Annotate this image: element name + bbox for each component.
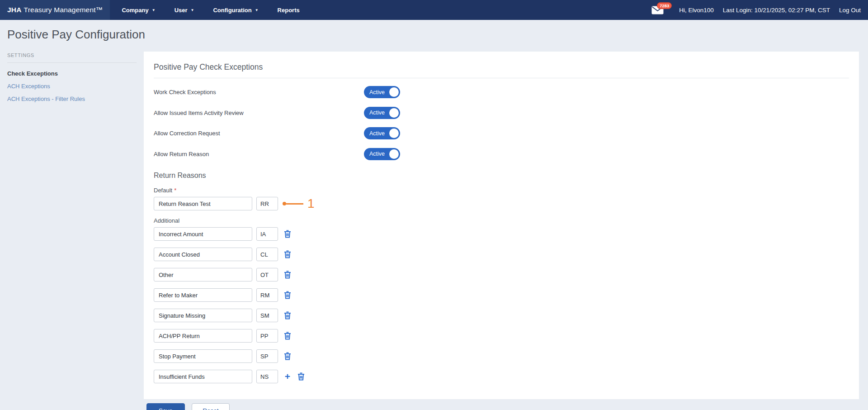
active-toggle[interactable]: Active <box>364 86 400 98</box>
user-greeting: Hi, Elvon100 <box>679 7 714 14</box>
default-reason-description-input[interactable] <box>154 197 252 210</box>
return-reason-row: + <box>154 288 849 302</box>
delete-reason-button[interactable] <box>297 372 305 381</box>
reason-code-input[interactable] <box>256 227 278 241</box>
trash-icon <box>284 291 291 299</box>
reason-code-input[interactable] <box>256 248 278 261</box>
reason-description-input[interactable] <box>154 370 252 383</box>
nav-menu-reports[interactable]: Reports <box>278 7 300 14</box>
toggle-label: Allow Return Reason <box>154 151 364 157</box>
chevron-down-icon: ▼ <box>191 9 194 12</box>
reason-description-input[interactable] <box>154 349 252 363</box>
delete-reason-button[interactable] <box>283 250 292 259</box>
nav-menu-company[interactable]: Company ▼ <box>122 7 155 14</box>
reason-code-input[interactable] <box>256 268 278 281</box>
toggle-row-allow-return-reason: Allow Return Reason Active <box>154 144 849 165</box>
reason-description-input[interactable] <box>154 309 252 322</box>
save-button[interactable]: Save <box>146 403 185 410</box>
delete-reason-button[interactable] <box>283 270 292 279</box>
return-reason-row: + <box>154 309 849 322</box>
reason-description-input[interactable] <box>154 288 252 302</box>
delete-reason-button[interactable] <box>283 311 292 320</box>
toggle-state-label: Active <box>364 151 385 157</box>
required-marker: * <box>174 187 176 194</box>
toggle-state-label: Active <box>364 110 385 116</box>
brand-jha: JHA <box>7 6 22 14</box>
reason-description-input[interactable] <box>154 268 252 281</box>
return-reason-row: + <box>154 268 849 281</box>
annotation-dot <box>283 202 286 205</box>
reset-button[interactable]: Reset <box>192 403 230 410</box>
toggle-rows: Work Check Exceptions Active Allow Issue… <box>154 78 849 164</box>
active-toggle[interactable]: Active <box>364 127 400 139</box>
toggle-label: Allow Correction Request <box>154 130 364 137</box>
toggle-row-allow-correction-request: Allow Correction Request Active <box>154 123 849 144</box>
chevron-down-icon: ▼ <box>152 9 156 12</box>
trash-icon <box>284 250 291 258</box>
section-title: Positive Pay Check Exceptions <box>154 58 849 78</box>
trash-icon <box>284 352 291 360</box>
nav-menu-user[interactable]: User ▼ <box>175 7 194 14</box>
return-reason-row: + <box>154 227 849 241</box>
reason-code-input[interactable] <box>256 309 278 322</box>
sidebar-item-ach-exceptions-filter-rules[interactable]: ACH Exceptions - Filter Rules <box>7 95 137 103</box>
trash-icon <box>284 332 291 340</box>
form-actions: Save Reset <box>146 403 859 410</box>
toggle-knob <box>389 129 399 138</box>
delete-reason-button[interactable] <box>283 331 292 340</box>
reason-description-input[interactable] <box>154 248 252 261</box>
nav-menu-label: User <box>175 7 188 14</box>
logout-link[interactable]: Log Out <box>839 7 861 14</box>
toggle-knob <box>389 149 399 159</box>
default-reason-row: 1 <box>154 197 849 210</box>
sidebar-item-check-exceptions[interactable]: Check Exceptions <box>7 69 137 78</box>
plus-icon: + <box>285 372 290 381</box>
trash-icon <box>284 311 291 319</box>
nav-menu-configuration[interactable]: Configuration ▼ <box>213 7 258 14</box>
toggle-label: Work Check Exceptions <box>154 89 364 95</box>
trash-icon <box>297 372 305 381</box>
sidebar-item-ach-exceptions[interactable]: ACH Exceptions <box>7 82 137 91</box>
return-reason-row: + <box>154 248 849 261</box>
page-title: Positive Pay Configuration <box>0 20 868 42</box>
return-reason-row: + <box>154 370 849 383</box>
trash-icon <box>284 271 291 279</box>
messages-button[interactable]: 7283 <box>651 6 664 14</box>
return-reason-row: + <box>154 349 849 363</box>
sidebar-divider <box>7 62 137 63</box>
active-toggle[interactable]: Active <box>364 107 400 119</box>
default-reason-code-input[interactable] <box>256 197 278 210</box>
reason-description-input[interactable] <box>154 227 252 241</box>
toggle-knob <box>389 108 399 118</box>
toggle-knob <box>389 87 399 97</box>
default-label: Default* <box>154 187 849 194</box>
trash-icon <box>284 230 291 238</box>
nav-menus: Company ▼ User ▼ Configuration ▼ Reports <box>110 0 299 20</box>
nav-menu-label: Configuration <box>213 7 251 14</box>
notification-badge: 7283 <box>657 2 672 9</box>
annotation-number: 1 <box>307 197 315 210</box>
delete-reason-button[interactable] <box>283 291 292 300</box>
settings-sidebar: SETTINGS Check ExceptionsACH ExceptionsA… <box>7 52 137 107</box>
annotation-line <box>286 203 303 205</box>
annotation-callout-1: 1 <box>283 197 315 210</box>
delete-reason-button[interactable] <box>283 229 292 238</box>
last-login-text: Last Login: 10/21/2025, 02:27 PM, CST <box>723 7 830 14</box>
sidebar-heading: SETTINGS <box>7 52 137 58</box>
nav-right: 7283 Hi, Elvon100 Last Login: 10/21/2025… <box>651 0 868 20</box>
toggle-state-label: Active <box>364 89 385 95</box>
additional-reason-rows: + + + <box>154 227 849 383</box>
toggle-label: Allow Issued Items Activity Review <box>154 110 364 116</box>
active-toggle[interactable]: Active <box>364 148 400 160</box>
return-reasons-heading: Return Reasons <box>154 172 849 180</box>
add-reason-button[interactable]: + <box>283 372 292 381</box>
reason-code-input[interactable] <box>256 349 278 363</box>
reason-code-input[interactable] <box>256 370 278 383</box>
toggle-row-allow-issued-items-activity-review: Allow Issued Items Activity Review Activ… <box>154 103 849 124</box>
reason-description-input[interactable] <box>154 329 252 343</box>
delete-reason-button[interactable] <box>283 352 292 361</box>
toggle-state-label: Active <box>364 130 385 137</box>
reason-code-input[interactable] <box>256 288 278 302</box>
check-exceptions-panel: Positive Pay Check Exceptions Work Check… <box>144 52 859 399</box>
reason-code-input[interactable] <box>256 329 278 343</box>
